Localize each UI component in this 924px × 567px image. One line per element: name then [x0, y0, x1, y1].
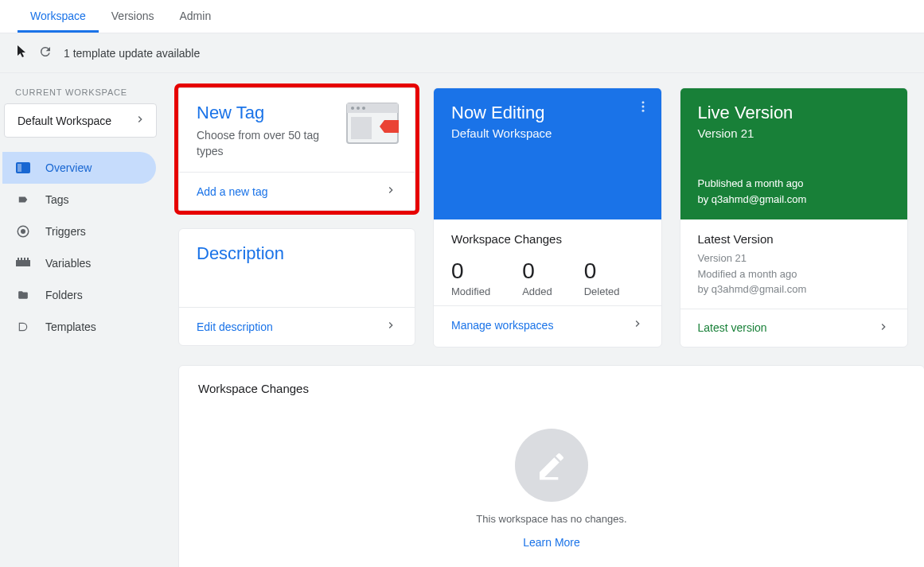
sidebar-item-folders[interactable]: Folders: [2, 279, 156, 311]
edit-description-label: Edit description: [197, 320, 273, 333]
tab-versions[interactable]: Versions: [99, 0, 167, 33]
tab-admin[interactable]: Admin: [166, 0, 224, 33]
sidebar-item-triggers[interactable]: Triggers: [2, 216, 156, 247]
svg-point-3: [21, 229, 25, 234]
tag-icon: [15, 192, 31, 208]
edit-description-button[interactable]: Edit description: [179, 307, 415, 345]
sidebar-item-label: Variables: [45, 257, 91, 270]
svg-rect-1: [18, 164, 21, 172]
latest-version-link-label: Latest version: [698, 321, 767, 334]
sidebar-item-label: Folders: [45, 289, 83, 301]
sidebar-item-templates[interactable]: Templates: [2, 311, 156, 343]
manage-workspaces-button[interactable]: Manage workspaces: [434, 305, 661, 344]
published-by: by q3ahmd@gmail.com: [698, 192, 807, 208]
workspace-selector[interactable]: Default Workspace: [4, 103, 157, 138]
svg-point-16: [641, 106, 644, 108]
stat-label: Added: [522, 285, 552, 297]
manage-workspaces-label: Manage workspaces: [451, 319, 553, 332]
stat-added: 0 Added: [522, 258, 552, 297]
svg-point-17: [641, 110, 644, 112]
published-date: Published a month ago: [698, 176, 807, 192]
latest-version-button[interactable]: Latest version: [680, 309, 908, 347]
svg-rect-4: [16, 260, 30, 266]
template-icon: [15, 319, 31, 335]
learn-more-link[interactable]: Learn More: [523, 536, 580, 549]
workspace-changes-label: Workspace Changes: [434, 219, 661, 246]
sidebar-item-variables[interactable]: Variables: [2, 247, 156, 279]
chevron-right-icon: [384, 319, 397, 334]
add-new-tag-button[interactable]: Add a new tag: [179, 172, 415, 210]
latest-version-modified: Modified a month ago: [698, 266, 891, 282]
current-workspace-label: CURRENT WORKSPACE: [2, 87, 159, 97]
top-tabs: Workspace Versions Admin: [0, 0, 924, 33]
stat-num: 0: [451, 258, 490, 284]
stat-deleted: 0 Deleted: [584, 258, 620, 297]
chevron-right-icon: [877, 320, 890, 336]
svg-point-12: [357, 107, 360, 110]
new-tag-card: New Tag Choose from over 50 tag types: [178, 87, 415, 211]
svg-rect-7: [24, 258, 25, 260]
sidebar-item-label: Triggers: [45, 225, 86, 238]
svg-rect-18: [540, 477, 558, 480]
live-version-card: Live Version Version 21 Published a mont…: [680, 87, 909, 348]
update-banner: 1 template update available: [0, 33, 924, 73]
stat-label: Deleted: [584, 285, 620, 297]
latest-version-number: Version 21: [698, 250, 891, 266]
new-tag-desc: Choose from over 50 tag types: [197, 128, 335, 159]
sidebar-item-label: Templates: [45, 320, 96, 333]
tab-workspace[interactable]: Workspace: [18, 0, 99, 33]
now-editing-subtitle: Default Workspace: [451, 126, 644, 140]
trigger-icon: [15, 223, 31, 239]
content-area: New Tag Choose from over 50 tag types: [159, 73, 924, 567]
now-editing-card: Now Editing Default Workspace Workspace …: [433, 87, 662, 348]
cursor-icon: [18, 45, 27, 60]
stat-num: 0: [522, 258, 552, 284]
stat-label: Modified: [451, 285, 490, 297]
workspace-name: Default Workspace: [18, 115, 111, 127]
svg-point-13: [362, 107, 365, 110]
svg-rect-14: [351, 117, 372, 139]
sidebar-item-label: Tags: [45, 193, 69, 206]
banner-text: 1 template update available: [64, 47, 200, 60]
chevron-right-icon: [384, 184, 397, 199]
svg-point-15: [641, 101, 644, 103]
stat-num: 0: [584, 258, 620, 284]
empty-state-message: This workspace has no changes.: [476, 513, 626, 525]
live-version-title: Live Version: [698, 103, 891, 123]
chevron-right-icon: [631, 317, 644, 332]
svg-rect-5: [18, 258, 19, 260]
add-new-tag-label: Add a new tag: [197, 185, 268, 198]
latest-version-label: Latest Version: [698, 232, 891, 246]
overview-icon: [15, 160, 31, 176]
chevron-right-icon: [134, 113, 146, 128]
svg-point-11: [351, 107, 354, 110]
new-tag-title: New Tag: [197, 103, 335, 123]
empty-state-icon: [515, 429, 588, 502]
sidebar-item-label: Overview: [45, 161, 92, 174]
folder-icon: [15, 287, 31, 303]
svg-rect-6: [21, 258, 22, 260]
workspace-changes-panel: Workspace Changes This workspace has no …: [178, 365, 924, 568]
latest-version-by: by q3ahmd@gmail.com: [698, 282, 891, 297]
description-title: Description: [197, 243, 397, 264]
tag-illustration-icon: [346, 103, 399, 147]
workspace-changes-title: Workspace Changes: [198, 382, 905, 395]
description-card: Description Edit description: [178, 228, 415, 346]
now-editing-title: Now Editing: [451, 103, 644, 123]
svg-rect-10: [347, 103, 398, 113]
variable-icon: [15, 255, 31, 271]
live-version-subtitle: Version 21: [698, 126, 891, 140]
sidebar-item-overview[interactable]: Overview: [2, 152, 156, 184]
more-menu-icon[interactable]: [636, 99, 650, 117]
stat-modified: 0 Modified: [451, 258, 490, 297]
svg-rect-8: [27, 258, 29, 260]
sidebar-item-tags[interactable]: Tags: [2, 184, 156, 216]
refresh-icon[interactable]: [38, 45, 53, 61]
sidebar: CURRENT WORKSPACE Default Workspace Over…: [0, 73, 159, 567]
